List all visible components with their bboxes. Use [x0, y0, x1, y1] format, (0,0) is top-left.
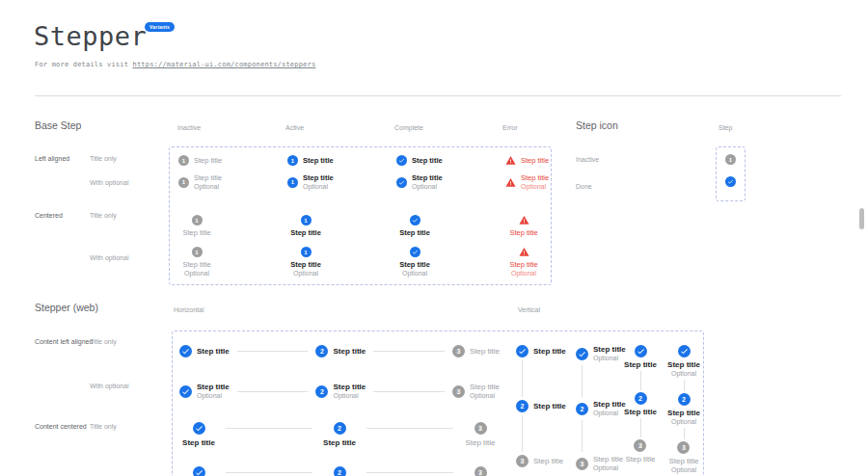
step-text: Step titleOptional [182, 260, 210, 278]
check-circle-icon [396, 155, 407, 166]
base-step-active: 1Step titleOptional [287, 173, 396, 191]
step-text: Step titleOptional [668, 457, 698, 474]
section-heading-step-icon: Step icon [576, 119, 618, 131]
step-text: Step title [182, 228, 210, 237]
step-optional-label: Optional [412, 183, 443, 191]
step-text: Step title [533, 402, 566, 410]
row-label-centered: Centered [35, 212, 63, 219]
step-title: Step title [667, 360, 700, 369]
step-number: 3 [521, 458, 525, 464]
base-step-row: 1Step title1Step titleStep titleStep tit… [178, 155, 614, 166]
step-title: Step title [303, 173, 334, 182]
step-text: Step title [399, 228, 430, 237]
variants-badge: Variants [145, 22, 175, 32]
step-number-icon: 1 [192, 247, 203, 257]
section-heading-base-step: Base Step [35, 119, 81, 131]
horizontal-stepper: Step titleOptional2Step titleOptional3St… [179, 466, 500, 476]
step-title: Step title [533, 457, 563, 465]
step-optional-label: Optional [511, 270, 536, 278]
stepper-spec-page: Stepper Variants For more details visit … [0, 0, 868, 476]
stepper-step: 3Step titleOptional [668, 441, 698, 474]
check-circle-icon [193, 466, 205, 476]
warning-triangle-icon [519, 215, 529, 225]
step-text: Step title [303, 156, 334, 165]
step-number: 1 [291, 158, 294, 164]
base-step-inactive: 1Step title [178, 155, 287, 166]
step-optional-label: Optional [671, 418, 696, 426]
step-title: Step title [668, 457, 698, 465]
step-optional-label: Optional [194, 183, 222, 191]
step-title: Step title [509, 228, 537, 237]
scrollbar-thumb[interactable] [859, 208, 864, 229]
stepper-connector [373, 391, 445, 392]
step-text: Step title [182, 438, 215, 447]
row-variant-title-only: Title only [90, 423, 117, 430]
column-header-error: Error [502, 124, 518, 131]
docs-link[interactable]: https://material-ui.com/components/stepp… [133, 61, 316, 68]
step-number: 3 [478, 469, 482, 476]
step-title: Step title [182, 228, 210, 237]
step-number: 2 [638, 395, 642, 402]
step-title: Step title [470, 383, 500, 391]
check-circle-icon [678, 345, 691, 357]
base-step-row: 1Step titleOptional1Step titleOptionalSt… [178, 173, 614, 191]
step-number: 3 [456, 348, 460, 355]
step-title: Step title [625, 455, 655, 463]
step-number: 3 [682, 444, 686, 451]
step-number-icon: 3 [475, 422, 487, 435]
step-title: Step title [399, 228, 430, 237]
row-variant-title-only: Title only [90, 212, 117, 219]
vertical-stepper: Step title2Step title3Step title [621, 345, 660, 463]
step-text: Step titleOptional [333, 383, 366, 400]
step-number-icon: 3 [475, 466, 487, 476]
warning-triangle-icon [519, 247, 529, 257]
subtitle: For more details visit https://material-… [35, 61, 315, 68]
stepper-step: 3Step titleOptional [576, 455, 626, 472]
base-step-complete: Step title [396, 215, 433, 237]
stepper-connector [684, 428, 685, 439]
check-circle-icon [396, 177, 407, 188]
stepper-connector [237, 351, 309, 352]
step-text: Step titleOptional [412, 173, 443, 191]
step-optional-label: Optional [184, 270, 209, 278]
stepper-connector [684, 380, 685, 391]
vertical-stepper: Step title2Step title3Step title [516, 345, 566, 467]
step-icon-frame: 1 [716, 146, 746, 201]
base-step-complete: Step titleOptional [396, 247, 433, 278]
step-number-icon: 1 [725, 154, 736, 165]
base-step-inactive: 1Step titleOptional [178, 173, 287, 191]
step-title: Step title [182, 438, 215, 447]
step-text: Step titleOptional [509, 260, 537, 278]
stepper-step: 2Step title [516, 400, 566, 412]
step-text: Step title [465, 438, 495, 447]
step-text: Step titleOptional [197, 383, 230, 400]
stepper-step: Step titleOptional [179, 466, 218, 476]
step-optional-label: Optional [333, 392, 366, 400]
row-label-left-aligned: Left aligned [35, 155, 69, 162]
step-title: Step title [197, 347, 230, 356]
stepper-step: Step title [624, 345, 657, 369]
step-title: Step title [624, 408, 657, 416]
stepper-step: 3Step title [516, 455, 566, 467]
step-text: Step title [625, 455, 655, 463]
step-text: Step title [533, 457, 563, 465]
step-number: 1 [729, 157, 732, 163]
step-number-icon: 1 [301, 247, 312, 257]
row-label-content-centered: Content centered [35, 423, 87, 430]
step-title: Step title [521, 156, 549, 165]
step-title: Step title [182, 260, 210, 269]
stepper-connector [226, 472, 312, 473]
horizontal-stepper: Step title2Step title3Step title [179, 345, 500, 357]
stepper-connector [640, 418, 641, 437]
step-number-icon: 1 [178, 177, 189, 188]
stepper-step: Step title [516, 345, 566, 357]
step-text: Step title [509, 228, 537, 237]
step-number-icon: 3 [677, 441, 690, 454]
step-number-icon: 1 [287, 155, 298, 166]
step-optional-label: Optional [470, 392, 500, 400]
divider [35, 95, 841, 96]
step-title: Step title [624, 360, 657, 369]
stepper-step: 3Step title [625, 439, 655, 463]
step-title: Step title [667, 409, 700, 417]
stepper-step: 2Step title [624, 392, 657, 416]
